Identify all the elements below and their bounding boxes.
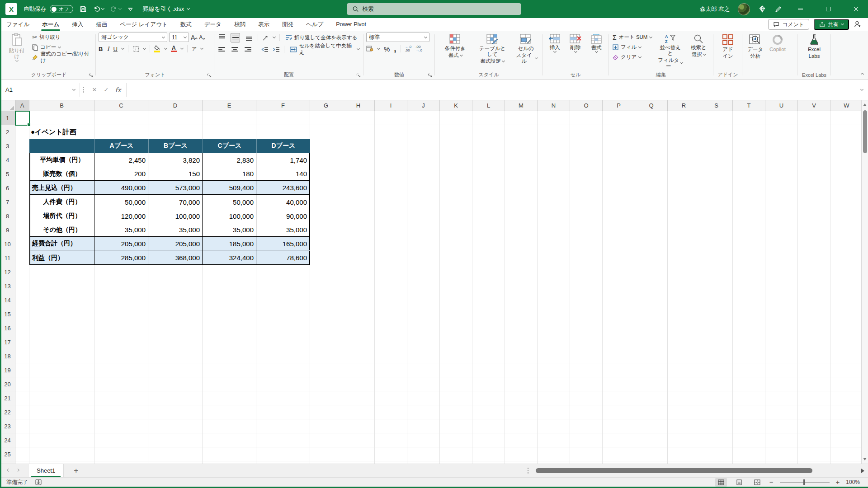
tab-開発[interactable]: 開発 [276,18,300,31]
column-header-W[interactable]: W [830,100,861,111]
copy-dropdown-chevron[interactable] [58,45,61,48]
horizontal-scrollbar[interactable] [536,468,857,473]
cell-D9[interactable]: 35,000 [148,223,203,237]
fill-color-button[interactable] [154,45,160,52]
column-header-J[interactable]: J [407,100,440,111]
borders-dropdown-chevron[interactable] [143,47,146,50]
row-header-20[interactable]: 20 [0,377,15,391]
format-as-table-button[interactable]: テーブルとして 書式設定 [475,33,510,66]
user-name[interactable]: 森太郎 窓之 [700,5,730,13]
cell-F4[interactable]: 1,740 [256,153,310,167]
autosum-button[interactable]: Σ オート SUM [611,33,653,42]
column-header-U[interactable]: U [765,100,798,111]
font-dialog-launcher-icon[interactable] [207,73,212,78]
data-analysis-button[interactable]: データ 分析 [745,33,765,61]
scroll-up-arrow[interactable] [863,103,867,106]
column-header-E[interactable]: E [203,100,256,111]
fill-button[interactable]: フィル [611,42,653,52]
underline-button[interactable]: U [113,46,118,52]
underline-dropdown-chevron[interactable] [121,47,124,50]
close-button[interactable] [846,0,866,18]
alignment-dialog-launcher-icon[interactable] [356,73,361,78]
column-header-I[interactable]: I [375,100,407,111]
increase-decimal-button[interactable]: ←.0.00 [405,45,412,52]
name-box-chevron[interactable] [72,87,75,90]
shrink-font-button[interactable]: A [199,34,205,41]
cell-D10[interactable]: 205,000 [148,237,203,251]
align-left-button[interactable] [217,45,226,54]
customize-quick-access-icon[interactable] [127,8,134,10]
insert-cells-button[interactable]: 挿入 [545,33,564,54]
cell-B8[interactable]: 場所代（円） [29,209,94,223]
column-header-F[interactable]: F [256,100,310,111]
column-header-S[interactable]: S [700,100,733,111]
tab-Power Pivot[interactable]: Power Pivot [330,18,373,31]
cell-E8[interactable]: 100,000 [203,209,256,223]
zoom-slider[interactable] [780,482,830,483]
cell-C6[interactable]: 490,000 [94,181,148,195]
tab-splitter-handle[interactable] [525,468,531,474]
cell-D6[interactable]: 573,000 [148,181,203,195]
column-header-M[interactable]: M [505,100,538,111]
cell-F10[interactable]: 165,000 [256,237,310,251]
pen-icon[interactable] [774,5,782,13]
wrap-text-button[interactable]: 折り返して全体を表示する [284,33,359,42]
percent-style-button[interactable]: % [384,45,390,53]
column-header-L[interactable]: L [472,100,505,111]
row-header-11[interactable]: 11 [0,251,15,265]
font-color-button[interactable]: A [171,46,177,52]
row-header-1[interactable]: 1 [0,111,15,125]
column-header-V[interactable]: V [798,100,830,111]
autosave-toggle[interactable]: 自動保存 オフ [24,5,73,13]
vertical-scroll-thumb[interactable] [863,110,867,153]
tab-ファイル[interactable]: ファイル [0,18,36,31]
tab-描画[interactable]: 描画 [90,18,113,31]
cell-E4[interactable]: 2,830 [203,153,256,167]
status-mode[interactable]: 準備完了 [6,479,28,486]
undo-dropdown-chevron[interactable] [101,7,104,10]
row-header-4[interactable]: 4 [0,153,15,167]
cell-D8[interactable]: 100,000 [148,209,203,223]
tab-校閲[interactable]: 校閲 [228,18,252,31]
row-header-16[interactable]: 16 [0,321,15,335]
tab-データ[interactable]: データ [198,18,228,31]
minimize-button[interactable] [790,0,810,18]
row-header-14[interactable]: 14 [0,293,15,307]
view-page-layout-button[interactable] [733,478,745,487]
clear-button[interactable]: クリア [611,52,653,62]
row-header-9[interactable]: 9 [0,223,15,237]
cell-C4[interactable]: 2,450 [94,153,148,167]
align-center-button[interactable] [230,45,239,54]
cell-styles-button[interactable]: セルの スタイル [512,33,540,66]
column-header-C[interactable]: C [94,100,148,111]
row-header-22[interactable]: 22 [0,405,15,419]
orientation-dropdown-chevron[interactable] [273,35,276,38]
cell-B11[interactable]: 利益（円） [29,251,94,265]
row-header-17[interactable]: 17 [0,335,15,349]
increase-indent-button[interactable] [273,47,280,52]
cell-E5[interactable]: 180 [203,167,256,181]
zoom-level[interactable]: 100% [846,479,860,485]
prev-sheet-arrow[interactable] [7,468,10,471]
tab-数式[interactable]: 数式 [174,18,198,31]
formula-input[interactable] [127,83,855,97]
grow-font-button[interactable]: A [191,34,197,41]
insert-function-icon[interactable]: fx [115,86,121,94]
column-header-N[interactable]: N [538,100,570,111]
formula-bar-collapse-chevron[interactable] [855,89,868,90]
borders-button[interactable] [132,46,139,52]
cell-F8[interactable]: 90,000 [256,209,310,223]
decrease-indent-button[interactable] [261,47,269,52]
column-header-D[interactable]: D [148,100,203,111]
cell-F3[interactable]: Dブース [256,139,310,153]
column-header-B[interactable]: B [29,100,94,111]
cell-E7[interactable]: 50,000 [203,195,256,209]
font-size-select[interactable]: 11 [169,33,189,42]
number-format-select[interactable]: 標準 [366,33,429,42]
find-select-button[interactable]: 検索と 選択 [687,33,710,59]
view-page-break-button[interactable] [751,478,763,487]
tab-表示[interactable]: 表示 [252,18,276,31]
delete-cells-button[interactable]: 削除 [566,33,585,54]
align-bottom-button[interactable] [244,33,254,42]
select-all-corner[interactable] [0,100,15,111]
